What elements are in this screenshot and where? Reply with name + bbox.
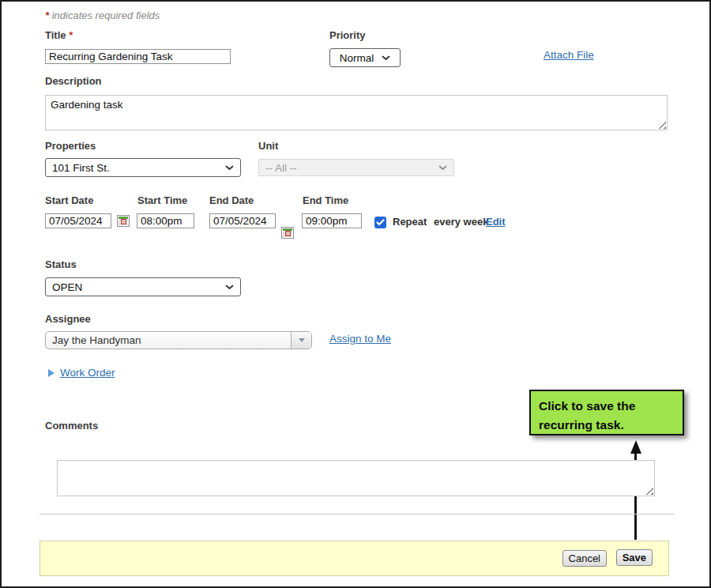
start-date-label: Start Date: [45, 194, 93, 206]
repeat-frequency: every week: [434, 216, 488, 228]
arrow-up-icon: [630, 440, 641, 454]
description-textarea[interactable]: Gardening task: [45, 95, 668, 130]
attach-file-link[interactable]: Attach File: [544, 49, 594, 61]
end-date-input[interactable]: [209, 213, 276, 228]
start-date-calendar-icon[interactable]: [117, 215, 130, 227]
properties-select[interactable]: 101 First St.: [45, 158, 241, 177]
triangle-right-icon: [48, 369, 55, 377]
title-label: Title *: [45, 29, 73, 41]
checkmark-icon: [376, 219, 385, 226]
end-date-calendar-icon[interactable]: [281, 227, 294, 239]
status-label: Status: [45, 258, 77, 270]
work-order-link[interactable]: Work Order: [60, 367, 115, 379]
end-time-label: End Time: [303, 194, 348, 206]
properties-value: 101 First St.: [52, 162, 110, 174]
required-fields-note: * indicates required fields: [45, 9, 160, 21]
unit-value: -- All --: [265, 162, 297, 174]
assignee-select[interactable]: Jay the Handyman: [45, 331, 312, 349]
start-date-input[interactable]: [45, 213, 111, 228]
comments-field-wrap: [57, 460, 655, 496]
title-required-mark: *: [69, 29, 73, 41]
assignee-label: Assignee: [45, 313, 91, 325]
start-time-label: Start Time: [137, 194, 187, 206]
cancel-button[interactable]: Cancel: [562, 550, 607, 567]
status-value: OPEN: [52, 281, 82, 293]
unit-select: -- All --: [258, 159, 454, 176]
comments-textarea[interactable]: [57, 460, 655, 496]
description-label: Description: [45, 75, 102, 87]
end-time-input[interactable]: [302, 213, 362, 228]
chevron-down-icon: [225, 165, 234, 171]
repeat-edit-link[interactable]: Edit: [486, 216, 506, 228]
title-input[interactable]: [45, 49, 231, 64]
priority-select[interactable]: Normal: [329, 48, 401, 67]
assignee-value: Jay the Handyman: [46, 334, 291, 346]
comments-label: Comments: [45, 420, 98, 432]
callout-tooltip: Click to save the recurring task.: [529, 390, 684, 435]
repeat-checkbox[interactable]: [374, 217, 386, 228]
section-divider: [40, 514, 675, 514]
required-note-text: indicates required fields: [52, 9, 160, 21]
chevron-down-icon: [438, 165, 447, 171]
required-star: *: [45, 9, 49, 21]
work-order-toggle[interactable]: Work Order: [48, 367, 115, 379]
assign-to-me-link[interactable]: Assign to Me: [329, 333, 391, 345]
triangle-down-icon: [299, 338, 305, 342]
unit-label: Unit: [258, 140, 278, 152]
priority-value: Normal: [340, 52, 374, 64]
repeat-label: Repeat: [393, 216, 427, 228]
save-button[interactable]: Save: [616, 549, 653, 566]
end-date-label: End Date: [209, 194, 254, 206]
chevron-down-icon: [382, 55, 390, 61]
status-select[interactable]: OPEN: [45, 277, 241, 296]
assignee-dropdown-button[interactable]: [291, 332, 311, 349]
chevron-down-icon: [225, 285, 234, 290]
priority-label: Priority: [329, 29, 366, 41]
properties-label: Properties: [45, 140, 96, 152]
start-time-input[interactable]: [137, 213, 194, 228]
footer-action-bar: Cancel Save: [40, 541, 669, 576]
description-field-wrap: Gardening task: [45, 95, 668, 130]
page-frame: * indicates required fields Title * Prio…: [0, 0, 711, 588]
